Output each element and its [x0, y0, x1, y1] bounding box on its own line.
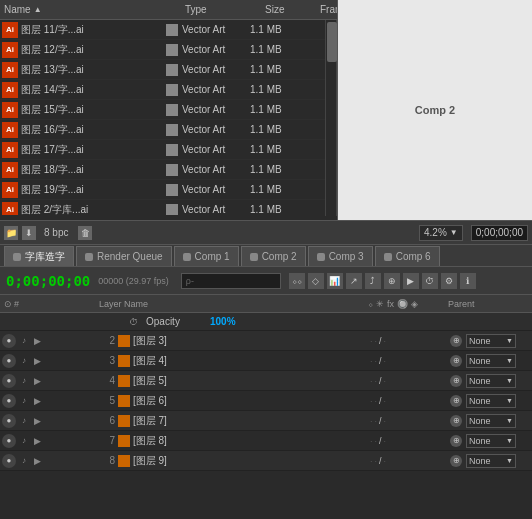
eye-visibility-icon[interactable]: ●: [2, 354, 16, 368]
expand-triangle-icon[interactable]: ▶: [32, 336, 42, 346]
settings-icon[interactable]: ⚙: [441, 273, 457, 289]
parent-spiral-icon[interactable]: ⊕: [450, 355, 462, 367]
tab-comp-1[interactable]: Comp 1: [174, 246, 239, 266]
tab-dot: [13, 253, 21, 261]
tab-comp-2[interactable]: Comp 2: [241, 246, 306, 266]
trash-icon[interactable]: 🗑: [78, 226, 92, 240]
expand-triangle-icon[interactable]: ▶: [32, 416, 42, 426]
parent-dropdown[interactable]: None ▼: [466, 334, 516, 348]
pen-icon[interactable]: /: [379, 356, 382, 366]
parent-spiral-icon[interactable]: ⊕: [450, 455, 462, 467]
align-icon[interactable]: ⊕: [384, 273, 400, 289]
set-in-icon[interactable]: ⬦⬦: [289, 273, 305, 289]
file-type-icon: Ai: [2, 202, 18, 216]
import-icon[interactable]: ⬇: [22, 226, 36, 240]
file-size: 1.1 MB: [250, 204, 305, 215]
parent-dropdown[interactable]: None ▼: [466, 414, 516, 428]
layer-color-icon: [118, 375, 130, 387]
comp-timecode[interactable]: 0;00;00;00: [6, 273, 90, 289]
shy-icon: ·: [370, 456, 373, 466]
layer-row[interactable]: ● ♪ ▶ 5 [图层 6] · · / · ⊕ None ▼: [0, 391, 532, 411]
parent-spiral-icon[interactable]: ⊕: [450, 375, 462, 387]
layer-row[interactable]: ● ♪ ▶ 4 [图层 5] · · / · ⊕ None ▼: [0, 371, 532, 391]
eye-visibility-icon[interactable]: ●: [2, 434, 16, 448]
tab-label: Comp 1: [195, 251, 230, 262]
pen-icon[interactable]: /: [379, 436, 382, 446]
audio-icon[interactable]: ♪: [18, 355, 30, 367]
layer-parent: ⊕ None ▼: [450, 414, 530, 428]
layer-parent: ⊕ None ▼: [450, 354, 530, 368]
parent-spiral-icon[interactable]: ⊕: [450, 435, 462, 447]
eye-visibility-icon[interactable]: ●: [2, 454, 16, 468]
tab-comp-6[interactable]: Comp 6: [375, 246, 440, 266]
expand-triangle-icon[interactable]: ▶: [32, 376, 42, 386]
pen-icon[interactable]: /: [379, 336, 382, 346]
file-name: 图层 14/字...ai: [21, 83, 166, 97]
parent-spiral-icon[interactable]: ⊕: [450, 415, 462, 427]
audio-icon[interactable]: ♪: [18, 335, 30, 347]
file-type-color-icon: [166, 24, 178, 36]
expand-triangle-icon[interactable]: ▶: [32, 356, 42, 366]
audio-icon[interactable]: ♪: [18, 395, 30, 407]
file-type-icon: Ai: [2, 122, 18, 138]
file-type-color-icon: [166, 204, 178, 216]
layer-switches: ● ♪ ▶: [2, 454, 97, 468]
file-browser-panel: Name ▲ Type Size Frame Ai 图层 11/字...ai V…: [0, 0, 532, 245]
header-size[interactable]: Size: [265, 4, 320, 15]
file-size: 1.1 MB: [250, 104, 305, 115]
layer-row[interactable]: ● ♪ ▶ 8 [图层 9] · · / · ⊕ None ▼: [0, 451, 532, 471]
pen-icon[interactable]: /: [379, 396, 382, 406]
pen-icon[interactable]: /: [379, 416, 382, 426]
layer-row[interactable]: ● ♪ ▶ 3 [图层 4] · · / · ⊕ None ▼: [0, 351, 532, 371]
shy-icon: ·: [370, 436, 373, 446]
expand-triangle-icon[interactable]: ▶: [32, 396, 42, 406]
opacity-value[interactable]: 100%: [210, 316, 236, 327]
parent-spiral-icon[interactable]: ⊕: [450, 335, 462, 347]
audio-icon[interactable]: ♪: [18, 415, 30, 427]
header-type[interactable]: Type: [185, 4, 265, 15]
preview-icon[interactable]: ⏱: [422, 273, 438, 289]
keyframe-icon[interactable]: ◇: [308, 273, 324, 289]
parent-dropdown[interactable]: None ▼: [466, 354, 516, 368]
layer-parent: ⊕ None ▼: [450, 434, 530, 448]
motion-icon[interactable]: ⤴: [365, 273, 381, 289]
layer-row[interactable]: ● ♪ ▶ 2 [图层 3] · · / · ⊕ None ▼: [0, 331, 532, 351]
parent-dropdown[interactable]: None ▼: [466, 374, 516, 388]
ease-icon[interactable]: ↗: [346, 273, 362, 289]
eye-visibility-icon[interactable]: ●: [2, 394, 16, 408]
file-list-scrollbar[interactable]: [325, 20, 337, 216]
info-icon[interactable]: ℹ: [460, 273, 476, 289]
tab-dot: [317, 253, 325, 261]
parent-dropdown[interactable]: None ▼: [466, 394, 516, 408]
file-type-icon: Ai: [2, 102, 18, 118]
layer-color-icon: [118, 395, 130, 407]
pen-icon[interactable]: /: [379, 376, 382, 386]
audio-icon[interactable]: ♪: [18, 455, 30, 467]
audio-icon[interactable]: ♪: [18, 435, 30, 447]
tab-render-queue[interactable]: Render Queue: [76, 246, 172, 266]
render-icon[interactable]: ▶: [403, 273, 419, 289]
tab-comp-3[interactable]: Comp 3: [308, 246, 373, 266]
expand-triangle-icon[interactable]: ▶: [32, 456, 42, 466]
layer-row[interactable]: ● ♪ ▶ 7 [图层 8] · · / · ⊕ None ▼: [0, 431, 532, 451]
search-box[interactable]: ρ-: [181, 273, 281, 289]
pen-icon[interactable]: /: [379, 456, 382, 466]
eye-visibility-icon[interactable]: ●: [2, 374, 16, 388]
graph-icon[interactable]: 📊: [327, 273, 343, 289]
eye-visibility-icon[interactable]: ●: [2, 414, 16, 428]
controls-header: ⬦ ✳ fx 🔘 ◈: [368, 299, 448, 309]
audio-icon[interactable]: ♪: [18, 375, 30, 387]
header-name[interactable]: Name ▲: [4, 4, 169, 15]
tab-label: Comp 3: [329, 251, 364, 262]
tab-字库造字[interactable]: 字库造字: [4, 246, 74, 266]
expand-triangle-icon[interactable]: ▶: [32, 436, 42, 446]
file-type-label: Vector Art: [182, 144, 250, 155]
parent-dropdown[interactable]: None ▼: [466, 454, 516, 468]
zoom-control[interactable]: 4.2% ▼: [419, 225, 463, 241]
layer-row[interactable]: ● ♪ ▶ 6 [图层 7] · · / · ⊕ None ▼: [0, 411, 532, 431]
scrollbar-thumb[interactable]: [327, 22, 337, 62]
parent-spiral-icon[interactable]: ⊕: [450, 395, 462, 407]
parent-dropdown[interactable]: None ▼: [466, 434, 516, 448]
eye-visibility-icon[interactable]: ●: [2, 334, 16, 348]
folder-icon[interactable]: 📁: [4, 226, 18, 240]
